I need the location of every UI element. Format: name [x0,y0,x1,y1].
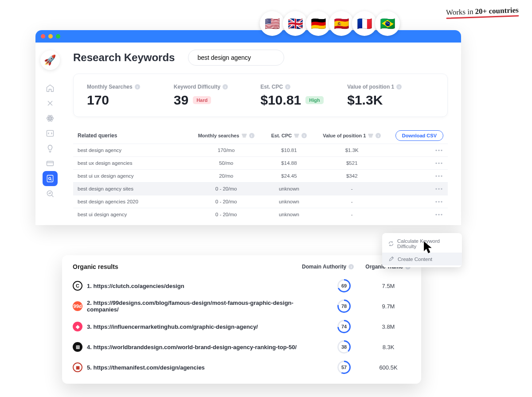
info-icon[interactable]: i [135,84,140,90]
keyword-search-input[interactable] [188,50,284,66]
svg-rect-4 [47,130,53,136]
query-text: best design agency [78,148,192,153]
col-monthly: Monthly searches [198,133,239,138]
sidebar-item-research[interactable] [43,171,58,186]
result-url: 1. https://clutch.co/agencies/design [87,283,322,289]
window-maximize-dot[interactable] [56,34,60,39]
organic-result-row[interactable]: ◆3. https://influencermarketinghub.com/g… [73,316,411,337]
related-queries-header: Related queries Monthly searches i Est. … [73,128,448,144]
menu-create-content[interactable]: Create Content [382,253,462,265]
metrics-card: Monthly Searches i 170 Keyword Difficult… [73,74,448,117]
query-cpc: $10.81 [261,148,318,153]
row-actions-button[interactable]: ••• [386,186,443,191]
metric-difficulty: Keyword Difficulty i 39 Hard [174,84,261,108]
query-monthly: 0 - 20/mo [192,199,261,204]
favicon-icon: C [73,281,82,291]
related-query-row[interactable]: best ui ux design agency20/mo$24.45$342•… [73,169,448,182]
related-query-row[interactable]: best design agency170/mo$10.81$1.3K••• [73,144,448,156]
svg-rect-5 [47,161,53,166]
related-title: Related queries [78,132,117,139]
related-query-row[interactable]: best design agency sites0 - 20/mounknown… [73,182,448,195]
domain-authority-ring: 78 [337,300,351,313]
query-cpc: unknown [261,186,318,191]
result-url: 3. https://influencermarketinghub.com/gr… [87,323,322,330]
menu-label: Create Content [398,257,432,262]
metric-value: 39 [174,93,188,108]
query-text: best ui design agency [78,212,192,217]
sort-icon[interactable] [242,133,247,138]
info-icon[interactable]: i [249,133,254,138]
sidebar-item-card[interactable] [43,156,58,171]
menu-calculate-difficulty[interactable]: Calculate Keyword Difficulty [382,235,462,253]
related-query-row[interactable]: best ux design agencies50/mo$14.88$521••… [73,156,448,169]
sidebar-item-analytics[interactable] [43,186,58,201]
research-icon [46,174,55,183]
atom-icon [46,114,55,123]
result-url: 2. https://99designs.com/blog/famous-des… [87,300,322,313]
info-icon[interactable]: i [396,84,402,90]
row-actions-button[interactable]: ••• [386,199,443,204]
row-actions-button[interactable]: ••• [386,212,443,217]
organic-result-row[interactable]: C1. https://clutch.co/agencies/design697… [73,276,411,296]
related-query-row[interactable]: best design agencies 20200 - 20/mounknow… [73,195,448,208]
organic-traffic-value: 3.8M [366,323,411,330]
sidebar-item-atom[interactable] [43,111,58,126]
window-close-dot[interactable] [41,34,45,39]
sidebar-item-bulb[interactable] [43,141,58,156]
query-text: best ux design agencies [78,160,192,166]
sidebar: 🚀 [35,43,64,225]
sort-icon[interactable] [368,133,373,138]
country-flag: 🇧🇷 [375,11,400,36]
country-flag: 🇪🇸 [329,11,354,36]
organic-result-row[interactable]: 99d2. https://99designs.com/blog/famous-… [73,296,411,316]
bulb-icon [46,144,55,153]
window-minimize-dot[interactable] [48,34,53,39]
info-icon[interactable]: i [285,84,290,90]
sidebar-item-home[interactable] [43,81,58,96]
sort-icon[interactable] [294,133,299,138]
domain-authority-ring: 69 [337,279,351,292]
info-icon[interactable]: i [348,264,354,269]
query-cpc: $24.45 [261,173,318,179]
query-value: - [317,212,386,217]
query-value: $342 [317,173,386,179]
app-logo[interactable]: 🚀 [40,51,60,70]
metric-value-pos1: Value of position 1 i $1.3K [347,84,434,108]
metric-label: Est. CPC [261,84,283,90]
keyword-search-field[interactable] [197,54,275,61]
metric-label: Value of position 1 [347,84,394,90]
organic-result-row[interactable]: ⊞4. https://worldbranddesign.com/world-b… [73,337,411,357]
info-icon[interactable]: i [301,133,307,138]
query-cpc: $14.88 [261,160,318,166]
info-icon[interactable]: i [376,133,381,138]
query-value: $521 [317,160,386,166]
metric-label: Monthly Searches [87,84,133,90]
metric-label: Keyword Difficulty [174,84,220,90]
favicon-icon: ⊞ [73,342,82,352]
country-flag: 🇺🇸 [260,11,285,36]
related-query-row[interactable]: best ui design agency0 - 20/mounknown-••… [73,208,448,221]
organic-traffic-value: 9.7M [366,303,411,310]
row-actions-button[interactable]: ••• [386,173,443,179]
query-cpc: unknown [261,212,318,217]
organic-result-row[interactable]: ◼5. https://themanifest.com/design/agenc… [73,357,411,378]
row-actions-button[interactable]: ••• [386,148,443,153]
download-csv-button[interactable]: Download CSV [395,130,443,141]
info-icon[interactable]: i [223,84,228,90]
home-icon [46,84,55,93]
query-monthly: 0 - 20/mo [192,186,261,191]
row-actions-button[interactable]: ••• [386,160,443,166]
row-context-menu: Calculate Keyword Difficulty Create Cont… [382,233,462,267]
svg-point-0 [49,117,51,119]
col-domain-authority: Domain Authority [302,264,346,270]
result-url: 4. https://worldbranddesign.com/world-br… [87,344,322,350]
query-monthly: 20/mo [192,173,261,179]
sidebar-item-tools[interactable] [43,96,58,111]
col-cpc: Est. CPC [271,133,292,138]
query-value: - [317,186,386,191]
domain-authority-ring: 74 [337,320,351,333]
tagline-bold: 20+ countries [475,6,519,16]
sidebar-item-code[interactable] [43,126,58,141]
refresh-icon [388,241,394,247]
col-value: Value of position 1 [323,133,366,138]
